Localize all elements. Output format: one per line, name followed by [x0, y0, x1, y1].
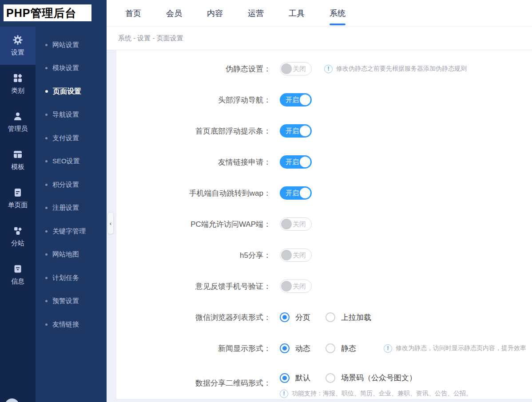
form-row-control: 开启: [280, 186, 312, 200]
logo-band: PHP管理后台: [0, 0, 107, 27]
sidebar-item[interactable]: 设置: [0, 27, 36, 65]
admin-app: PHP管理后台 首页会员内容运营工具系统 设置类别管理员模板单页面分站信息 网站…: [0, 0, 532, 402]
radio-option[interactable]: 场景码（公众号图文）: [326, 373, 417, 383]
submenu-item-label: 模块设置: [52, 64, 79, 72]
bullet-dot-icon: [45, 207, 48, 209]
submenu-item-label: 关键字管理: [52, 227, 86, 236]
toggle-knob-icon: [300, 95, 310, 105]
sidebar-item[interactable]: 分站: [0, 217, 36, 256]
nav-tab-label: 系统: [330, 8, 345, 19]
nav-tab[interactable]: 系统: [317, 0, 358, 26]
nav-tab[interactable]: 运营: [235, 0, 276, 26]
radio-option[interactable]: 动态: [280, 343, 310, 354]
sidebar-item[interactable]: 模板: [0, 141, 36, 179]
sidebar-item-label: 设置: [11, 48, 24, 57]
submenu-item[interactable]: 友情链接: [36, 313, 107, 336]
toggle-switch[interactable]: 关闭: [280, 62, 312, 75]
bullet-dot-icon: [45, 67, 48, 69]
submenu-item[interactable]: 网站地图: [36, 243, 107, 267]
submenu-item[interactable]: 积分设置: [36, 173, 107, 197]
form-row: 头部浮动导航：开启: [116, 84, 532, 115]
radio-option[interactable]: 静态: [326, 343, 356, 354]
bullet-dot-icon: [45, 323, 48, 326]
radio-button-icon[interactable]: [280, 343, 290, 353]
sidebar-collapse-handle[interactable]: ‹: [107, 212, 114, 234]
form-row-control: 分页上拉加载: [280, 312, 386, 323]
primary-sidebar: 设置类别管理员模板单页面分站信息: [0, 27, 36, 402]
bullet-dot-icon: [45, 300, 48, 302]
nav-tab[interactable]: 首页: [113, 0, 154, 26]
submenu-item-label: 导航设置: [52, 110, 79, 119]
sidebar-item[interactable]: 单页面: [0, 179, 36, 217]
template-icon: [12, 149, 23, 160]
radio-button-icon[interactable]: [280, 312, 290, 322]
active-tab-underline-icon: [330, 24, 345, 25]
gear-icon: [12, 35, 23, 45]
form-row: 首页底部浮动提示条：开启: [116, 115, 532, 146]
submenu-item[interactable]: 网站设置: [36, 33, 107, 57]
radio-line: 默认场景码（公众号图文）: [280, 368, 432, 388]
nav-tab[interactable]: 会员: [154, 0, 195, 26]
nav-tab-label: 首页: [125, 8, 141, 19]
radio-option-label: 静态: [341, 343, 356, 354]
form-row-control: 开启: [280, 93, 312, 106]
radio-option[interactable]: 分页: [280, 312, 310, 323]
bullet-dot-icon: [45, 44, 48, 46]
form-row-control: 关闭!修改伪静态之前要先根据服务器添加伪静态规则: [280, 62, 467, 75]
radio-option-label: 默认: [295, 373, 310, 383]
radio-option-label: 上拉加载: [341, 312, 371, 323]
toggle-switch[interactable]: 关闭: [280, 217, 312, 231]
submenu-item[interactable]: 页面设置: [36, 80, 107, 103]
info-tip: !功能支持：海报、职位、简历、企业、兼职、资讯、公告、公招。: [280, 390, 472, 398]
sidebar-item[interactable]: 管理员: [0, 103, 36, 141]
submenu-item[interactable]: 模块设置: [36, 57, 107, 80]
bullet-dot-icon: [45, 230, 48, 233]
toggle-knob-icon: [300, 126, 310, 136]
user-icon: [12, 111, 23, 122]
sidebar-item[interactable]: 类别: [0, 65, 36, 103]
submenu-item[interactable]: 支付设置: [36, 126, 107, 150]
toggle-switch[interactable]: 关闭: [280, 248, 312, 262]
toggle-switch[interactable]: 关闭: [280, 280, 312, 293]
submenu-item[interactable]: 预警设置: [36, 290, 107, 313]
radio-option-label: 分页: [295, 312, 310, 323]
toggle-knob-icon: [281, 63, 292, 74]
sitemap-icon: [12, 225, 23, 236]
app-logo: PHP管理后台: [4, 4, 91, 21]
nav-tab[interactable]: 内容: [195, 0, 235, 26]
tip-line: !功能支持：海报、职位、简历、企业、兼职、资讯、公告、公招。: [280, 390, 472, 398]
message-icon: [12, 264, 23, 274]
sidebar-item-label: 类别: [11, 87, 24, 95]
radio-option[interactable]: 默认: [280, 373, 310, 383]
nav-tab[interactable]: 工具: [276, 0, 317, 26]
submenu-item[interactable]: 导航设置: [36, 103, 107, 127]
submenu-item[interactable]: 计划任务: [36, 266, 107, 290]
content-background: 伪静态设置：关闭!修改伪静态之前要先根据服务器添加伪静态规则头部浮动导航：开启首…: [107, 50, 532, 402]
form-row-control: 动态静态!修改为静态，访问时显示静态页内容，提升效率: [280, 343, 526, 354]
bullet-dot-icon: [45, 90, 48, 93]
bullet-dot-icon: [45, 184, 48, 186]
toggle-switch[interactable]: 开启: [280, 186, 312, 200]
radio-button-icon[interactable]: [326, 373, 335, 383]
toggle-state-label: 关闭: [293, 251, 306, 260]
nav-tab-label: 会员: [166, 8, 182, 19]
submenu-item-label: 页面设置: [53, 87, 81, 96]
toggle-switch[interactable]: 开启: [280, 124, 312, 138]
sidebar-item[interactable]: 信息: [0, 256, 36, 294]
radio-button-icon[interactable]: [326, 312, 335, 322]
submenu-item[interactable]: 关键字管理: [36, 220, 107, 243]
info-tip: !修改为静态，访问时显示静态页内容，提升效率: [384, 344, 526, 353]
form-row-control: 默认场景码（公众号图文）!功能支持：海报、职位、简历、企业、兼职、资讯、公告、公…: [280, 368, 472, 398]
submenu-item-label: 积分设置: [52, 181, 79, 189]
submenu-item-label: 网站地图: [52, 250, 79, 259]
toggle-switch[interactable]: 开启: [280, 93, 312, 106]
radio-button-icon[interactable]: [280, 373, 290, 383]
toggle-switch[interactable]: 开启: [280, 155, 312, 169]
breadcrumb-bar: 系统 - 设置 - 页面设置: [107, 27, 532, 50]
radio-option[interactable]: 上拉加载: [326, 312, 371, 323]
radio-button-icon[interactable]: [326, 343, 335, 353]
submenu-item-label: 计划任务: [52, 274, 79, 282]
submenu-item[interactable]: SEO设置: [36, 150, 107, 173]
submenu-item[interactable]: 注册设置: [36, 197, 107, 220]
submenu-item-label: 友情链接: [52, 320, 79, 329]
